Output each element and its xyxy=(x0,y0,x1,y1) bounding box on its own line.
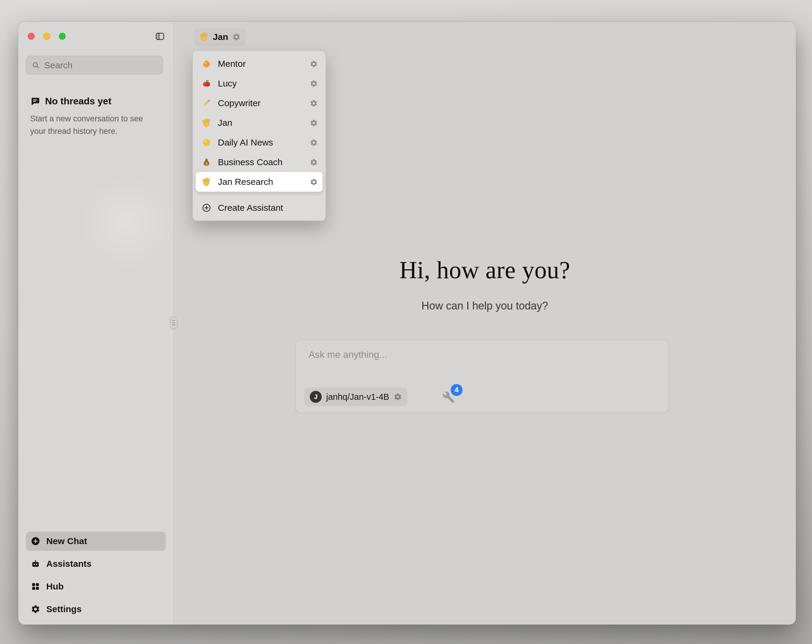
chat-composer: J janhq/Jan-v1-4B 4 xyxy=(295,340,669,413)
sidebar-nav: New Chat Assistants Hub Settings xyxy=(26,531,166,619)
gear-icon[interactable] xyxy=(310,139,318,147)
assistant-menu-item-label: Copywriter xyxy=(218,98,303,108)
assistant-menu-item-jan[interactable]: Jan xyxy=(196,113,323,132)
assistants-icon xyxy=(31,559,40,569)
window-controls xyxy=(28,33,66,40)
money-bag-emoji-icon xyxy=(202,157,211,167)
create-assistant-label: Create Assistant xyxy=(218,203,318,213)
search-field[interactable] xyxy=(26,56,163,75)
gear-icon[interactable] xyxy=(310,60,318,68)
plus-circle-icon xyxy=(31,536,40,546)
waving-hand-icon xyxy=(202,118,211,128)
assistant-menu-item-mentor[interactable]: Mentor xyxy=(196,54,323,74)
orange-emoji-icon xyxy=(202,59,211,69)
assistant-menu-item-copywriter[interactable]: Copywriter xyxy=(196,93,323,113)
waving-hand-icon xyxy=(199,32,209,42)
gear-icon xyxy=(31,604,40,614)
assistant-selector-button[interactable]: Jan xyxy=(194,28,246,46)
nav-label: Assistants xyxy=(46,559,92,569)
hub-icon xyxy=(31,582,40,591)
sidebar-resize-handle[interactable] xyxy=(170,317,177,328)
assistant-selector-label: Jan xyxy=(213,32,228,42)
search-input[interactable] xyxy=(44,60,157,70)
sidebar-item-hub[interactable]: Hub xyxy=(26,577,166,596)
sidebar-glare xyxy=(75,171,179,275)
main-area: Jan Mentor Lucy Copywriter xyxy=(174,22,796,625)
gear-icon[interactable] xyxy=(310,158,318,166)
sidebar-toggle-button[interactable] xyxy=(154,30,166,43)
nav-label: Hub xyxy=(46,582,64,592)
model-avatar: J xyxy=(310,391,322,403)
assistant-menu-item-label: Business Coach xyxy=(218,157,303,167)
sidebar-item-new-chat[interactable]: New Chat xyxy=(26,531,166,551)
nav-label: New Chat xyxy=(46,536,87,546)
pencil-emoji-icon xyxy=(202,98,211,108)
assistant-menu-item-label: Lucy xyxy=(218,78,303,88)
assistant-menu-item-daily-ai-news[interactable]: Daily AI News xyxy=(196,132,323,152)
zoom-button[interactable] xyxy=(59,33,66,40)
model-name: janhq/Jan-v1-4B xyxy=(326,392,389,402)
sidebar-item-settings[interactable]: Settings xyxy=(26,600,166,619)
assistant-dropdown-menu: Mentor Lucy Copywriter Jan Daily AI News xyxy=(192,51,326,221)
grip-dots-icon xyxy=(172,319,176,326)
assistant-menu-item-business-coach[interactable]: Business Coach xyxy=(196,152,323,172)
assistant-menu-item-label: Mentor xyxy=(218,59,303,69)
nav-label: Settings xyxy=(46,604,81,614)
greeting-subtitle: How can I help you today? xyxy=(174,300,796,312)
threads-empty-state: No threads yet Start a new conversation … xyxy=(30,96,159,138)
menu-divider xyxy=(198,195,321,195)
sidebar-item-assistants[interactable]: Assistants xyxy=(26,554,166,573)
tools-count-badge: 4 xyxy=(450,384,462,396)
message-input[interactable] xyxy=(308,349,649,376)
empty-state-title: No threads yet xyxy=(45,96,111,107)
tools-button[interactable]: 4 xyxy=(442,390,456,404)
assistant-menu-item-label: Daily AI News xyxy=(218,137,303,148)
assistant-menu-item-label: Jan xyxy=(218,118,303,128)
chat-bubble-icon xyxy=(30,96,40,107)
empty-state-description: Start a new conversation to see your thr… xyxy=(30,113,159,138)
welcome-block: Hi, how are you? How can I help you toda… xyxy=(174,256,796,312)
gear-icon[interactable] xyxy=(310,119,318,127)
minimize-button[interactable] xyxy=(43,33,50,40)
create-assistant-button[interactable]: Create Assistant xyxy=(196,198,323,218)
panel-left-icon xyxy=(155,31,165,41)
assistant-menu-item-label: Jan Research xyxy=(218,177,303,187)
waving-hand-icon xyxy=(202,177,211,187)
greeting-title: Hi, how are you? xyxy=(174,256,796,284)
assistant-settings-gear-icon[interactable] xyxy=(232,33,241,41)
gear-icon[interactable] xyxy=(310,178,318,186)
gear-icon[interactable] xyxy=(310,79,318,88)
close-button[interactable] xyxy=(28,33,35,40)
assistant-menu-item-lucy[interactable]: Lucy xyxy=(196,74,323,93)
assistant-menu-item-jan-research[interactable]: Jan Research xyxy=(196,172,323,192)
yellow-circle-emoji-icon xyxy=(202,138,211,147)
app-window: No threads yet Start a new conversation … xyxy=(18,22,796,625)
plus-circle-outline-icon xyxy=(202,203,211,213)
apple-emoji-icon xyxy=(202,79,211,88)
sidebar: No threads yet Start a new conversation … xyxy=(18,22,174,625)
gear-icon[interactable] xyxy=(310,99,318,107)
model-selector-button[interactable]: J janhq/Jan-v1-4B xyxy=(304,388,408,406)
search-icon xyxy=(32,61,40,70)
model-settings-gear-icon[interactable] xyxy=(394,393,402,401)
